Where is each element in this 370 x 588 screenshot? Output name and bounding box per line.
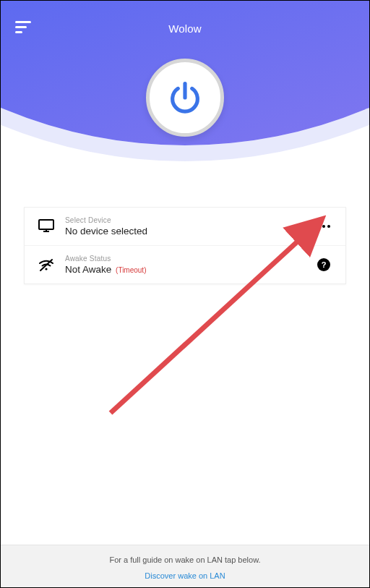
wifi-off-icon	[38, 257, 55, 273]
device-label: Select Device	[65, 216, 314, 224]
select-device-row[interactable]: Select Device No device selected	[25, 208, 345, 246]
status-help-button[interactable]: ?	[314, 258, 334, 271]
help-icon: ?	[317, 258, 330, 271]
status-value: Not Awake (Timeout)	[65, 264, 314, 275]
device-card: Select Device No device selected Awake S…	[24, 207, 346, 284]
footer-guide-text: For a full guide on wake on LAN tap belo…	[1, 555, 369, 564]
status-suffix: (Timeout)	[116, 266, 146, 274]
power-icon	[166, 79, 204, 116]
menu-button[interactable]	[15, 21, 33, 35]
awake-status-row[interactable]: Awake Status Not Awake (Timeout) ?	[25, 246, 345, 284]
footer: For a full guide on wake on LAN tap belo…	[1, 545, 369, 587]
monitor-icon	[38, 218, 55, 234]
more-icon	[317, 225, 330, 228]
svg-point-3	[45, 268, 47, 270]
app-title: Wolow	[15, 22, 355, 35]
device-value: No device selected	[65, 226, 314, 237]
menu-icon	[15, 21, 31, 23]
header: Wolow	[1, 1, 369, 185]
footer-link[interactable]: Discover wake on LAN	[1, 571, 369, 580]
power-button[interactable]	[146, 59, 224, 137]
status-label: Awake Status	[65, 255, 314, 263]
svg-rect-2	[46, 229, 47, 231]
device-more-button[interactable]	[314, 225, 334, 228]
svg-rect-0	[39, 220, 53, 229]
